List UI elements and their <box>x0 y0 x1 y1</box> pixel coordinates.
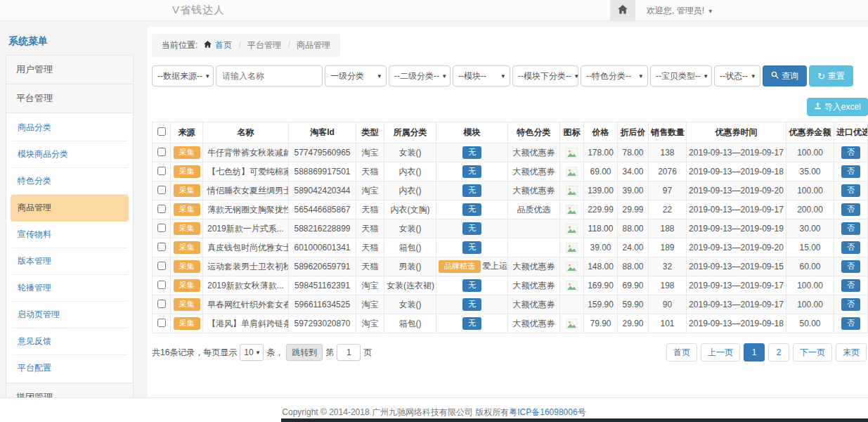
pager-button-2[interactable]: 2 <box>768 343 789 362</box>
cell-coupon_amount: 200.00 <box>786 200 834 219</box>
table-row: 采集情侣睡衣女夏丝绸男士...589042420344淘宝内衣()无大额优惠券1… <box>153 181 868 200</box>
user-menu[interactable]: 欢迎您, 管理员! ▾ <box>647 5 712 17</box>
filter-select-status[interactable]: --状态--▾ <box>714 65 760 87</box>
module-none-badge[interactable]: 无 <box>462 279 481 292</box>
col-type: 类型 <box>356 122 384 143</box>
filter-select-category-l2[interactable]: --二级分类--▾ <box>389 65 451 87</box>
jump-button[interactable]: 跳转到 <box>286 344 323 361</box>
import-toggle[interactable]: 否 <box>841 260 860 273</box>
filter-select-module[interactable]: --模块--▾ <box>453 65 510 87</box>
cell-category: 女装() <box>384 143 436 162</box>
sidebar-group-item[interactable]: 用户管理 <box>6 56 133 84</box>
summary-mid: 条， <box>266 347 283 359</box>
import-toggle[interactable]: 否 <box>841 184 860 197</box>
sidebar-sub-item[interactable]: 轮播管理 <box>11 275 129 302</box>
product-thumbnail <box>566 281 578 291</box>
per-page-select[interactable]: 10 ▾ <box>240 344 264 361</box>
search-button[interactable]: 查询 <box>763 65 807 87</box>
cell-name: 2019新款女秋薄款... <box>203 276 289 295</box>
module-none-badge[interactable]: 无 <box>462 241 481 254</box>
icp-link[interactable]: 粤ICP备16098006号 <box>509 407 585 417</box>
cell-check <box>153 238 171 257</box>
cell-check <box>153 181 171 200</box>
import-toggle[interactable]: 否 <box>841 203 860 216</box>
cell-sales: 32 <box>649 257 687 276</box>
sidebar-sub-item[interactable]: 商品分类 <box>11 115 129 141</box>
import-toggle[interactable]: 否 <box>841 298 860 311</box>
row-checkbox[interactable] <box>157 224 166 232</box>
cell-name: 运动套装男士卫衣初秋... <box>203 257 289 276</box>
import-toggle[interactable]: 否 <box>841 279 860 292</box>
row-checkbox[interactable] <box>157 319 166 327</box>
page-input[interactable] <box>337 344 361 361</box>
module-none-badge[interactable]: 无 <box>462 165 481 178</box>
cell-type: 淘宝 <box>356 276 384 295</box>
sidebar-group-item[interactable]: 平台管理 <box>6 84 133 113</box>
table-row: 采集【港风】单肩斜跨链条...597293020870淘宝箱包()无大额优惠券7… <box>153 314 868 333</box>
filter-input-name[interactable] <box>216 65 323 87</box>
module-none-badge[interactable]: 无 <box>462 317 481 330</box>
import-toggle[interactable]: 否 <box>841 317 860 330</box>
sidebar-sub-item[interactable]: 启动页管理 <box>11 302 129 328</box>
col-import: 进口优选 <box>834 122 868 143</box>
module-none-badge[interactable]: 无 <box>462 146 481 159</box>
sidebar-sub-item[interactable]: 商品管理 <box>11 195 129 222</box>
pager-button-首页[interactable]: 首页 <box>666 343 697 362</box>
import-toggle[interactable]: 否 <box>841 146 860 159</box>
row-checkbox[interactable] <box>157 186 166 194</box>
sidebar-sub-item[interactable]: 平台配置 <box>11 355 129 381</box>
sidebar-sub-item[interactable]: 模块商品分类 <box>11 141 129 168</box>
breadcrumb-item-platform[interactable]: 平台管理 <box>247 40 281 50</box>
sidebar-sub-item[interactable]: 版本管理 <box>11 248 129 275</box>
filter-select-category-l1[interactable]: 一级分类▾ <box>325 65 387 87</box>
product-thumbnail <box>566 167 578 177</box>
pager-button-下一页[interactable]: 下一页 <box>793 343 832 362</box>
row-checkbox[interactable] <box>157 281 166 289</box>
sidebar-sub-item[interactable]: 宣传物料 <box>11 222 129 248</box>
filter-select-data-source[interactable]: --数据来源--▾ <box>152 65 214 87</box>
import-toggle[interactable]: 否 <box>841 165 860 178</box>
filter-select-item-type[interactable]: --宝贝类型--▾ <box>650 65 712 87</box>
row-checkbox[interactable] <box>157 167 166 175</box>
cell-module: 品牌精选爱上运动 <box>436 257 508 276</box>
pager-button-1[interactable]: 1 <box>744 343 765 362</box>
cell-type: 淘宝 <box>356 314 384 333</box>
cell-taoke_id: 588216228899 <box>289 219 356 238</box>
cell-check <box>153 276 171 295</box>
import-toggle[interactable]: 否 <box>841 241 860 254</box>
module-none-badge[interactable]: 无 <box>462 298 481 311</box>
module-none-badge[interactable]: 无 <box>462 184 481 197</box>
search-icon <box>771 71 779 81</box>
row-checkbox[interactable] <box>157 243 166 251</box>
sidebar-submenu: 商品分类模块商品分类特色分类商品管理宣传物料版本管理轮播管理启动页管理意见反馈平… <box>6 113 133 383</box>
toolbar: 导入excel + 添加 批量删除 <box>152 98 868 116</box>
import-toggle[interactable]: 否 <box>841 222 860 235</box>
cell-import: 否 <box>834 200 868 219</box>
filter-select-feature-category[interactable]: --特色分类--▾ <box>581 65 648 87</box>
cell-name: 【七色纺】可爱纯棉家... <box>203 162 289 181</box>
row-checkbox[interactable] <box>157 262 166 270</box>
breadcrumb-home-link[interactable]: 首页 <box>215 40 232 50</box>
cell-check <box>153 219 171 238</box>
cell-check <box>153 295 171 314</box>
product-thumbnail <box>566 243 578 253</box>
row-checkbox[interactable] <box>157 205 166 213</box>
sidebar-sub-item[interactable]: 意见反馈 <box>11 328 129 355</box>
module-none-badge[interactable]: 无 <box>462 203 481 216</box>
row-checkbox[interactable] <box>157 148 166 156</box>
home-button[interactable] <box>610 0 635 21</box>
cell-discount: 69.90 <box>618 276 649 295</box>
cell-coupon_amount: 50.00 <box>786 314 834 333</box>
sidebar-sub-item[interactable]: 特色分类 <box>11 168 129 195</box>
col-icon: 图标 <box>560 122 584 143</box>
row-checkbox[interactable] <box>157 300 166 308</box>
select-all-checkbox[interactable] <box>157 127 166 136</box>
filter-select-module-sub[interactable]: --模块下分类--▾ <box>512 65 578 87</box>
import-excel-button[interactable]: 导入excel <box>807 98 868 116</box>
pager-button-上一页[interactable]: 上一页 <box>701 343 740 362</box>
module-none-badge[interactable]: 无 <box>462 222 481 235</box>
reset-button[interactable]: ↻重置 <box>809 65 853 87</box>
cell-type: 天猫 <box>356 162 384 181</box>
table-row: 采集早春网红针织外套女春...596611634525淘宝女装()无大额优惠券1… <box>153 295 868 314</box>
pager-button-末页[interactable]: 末页 <box>836 343 867 362</box>
